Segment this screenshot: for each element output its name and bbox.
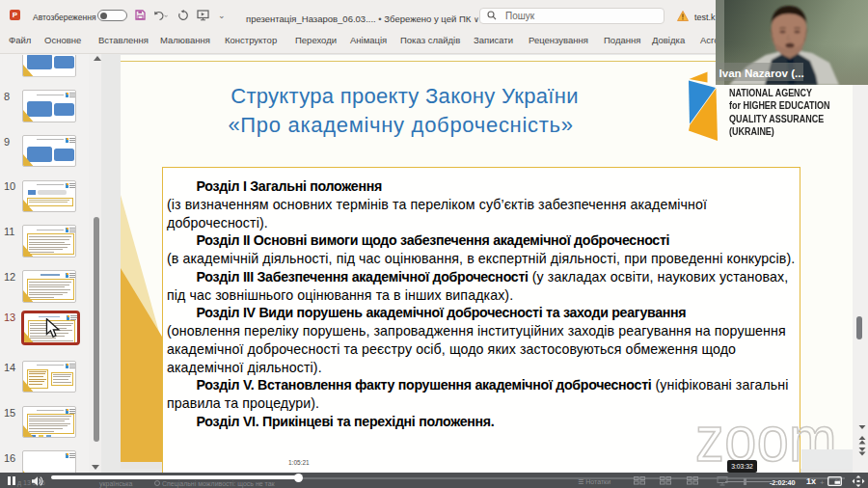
svg-text:Ivan Nazarov (...: Ivan Nazarov (... <box>719 67 804 79</box>
